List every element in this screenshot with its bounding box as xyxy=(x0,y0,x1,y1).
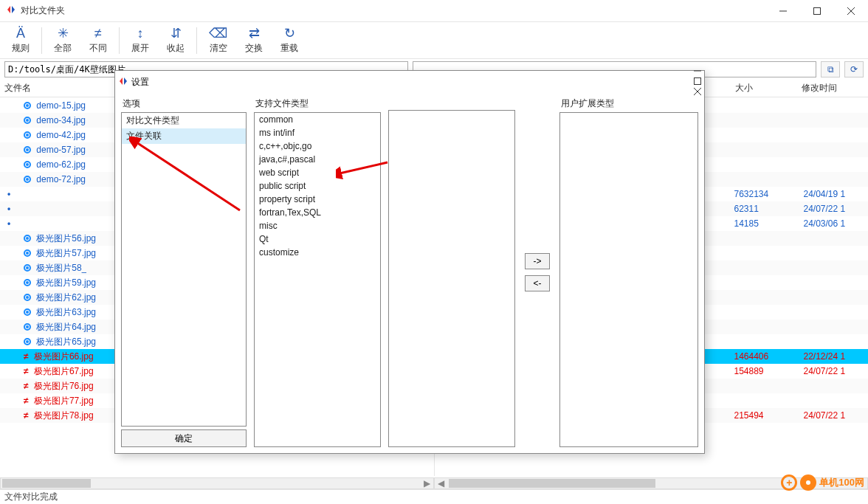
file-size: 1464406 xyxy=(734,351,769,362)
file-date: 24/03/06 1 xyxy=(804,218,846,229)
file-type-item[interactable]: common xyxy=(255,113,380,126)
settings-dialog: 设置 选项 对比文件类型文件关联 确定 支持文件类型 commonms int/… xyxy=(114,70,705,454)
file-name: 极光图片62.jpg xyxy=(0,291,96,304)
collapse-icon: ⇵ xyxy=(170,26,182,41)
expand-button[interactable]: ↕展开 xyxy=(123,24,158,57)
copy-icon: ⧉ xyxy=(827,64,834,75)
placeholder-dot: • xyxy=(7,189,10,199)
dialog-icon xyxy=(118,76,128,89)
svg-rect-1 xyxy=(814,7,821,14)
not-equal-icon: ≠ xyxy=(24,351,29,362)
rule-button[interactable]: Ä规则 xyxy=(3,24,38,57)
reload-button[interactable]: ↻重载 xyxy=(272,24,307,57)
refresh-path-button[interactable]: ⟳ xyxy=(844,61,864,77)
equal-icon xyxy=(24,323,31,331)
file-type-item[interactable]: property script xyxy=(255,193,380,206)
file-name: ≠ 极光图片77.jpg xyxy=(0,395,94,407)
file-type-item[interactable]: web script xyxy=(255,166,380,179)
dialog-minimize-button[interactable] xyxy=(694,66,701,77)
swap-icon: ⇄ xyxy=(249,26,260,41)
options-list[interactable]: 对比文件类型文件关联 xyxy=(121,112,247,427)
file-date: 24/07/22 1 xyxy=(804,366,846,376)
file-type-item[interactable]: Qt xyxy=(255,232,380,246)
equal-icon xyxy=(24,279,31,286)
file-name: 极光图片64.jpg xyxy=(0,321,96,334)
file-date: 24/07/22 1 xyxy=(804,204,846,214)
equal-icon xyxy=(24,249,31,257)
move-right-button[interactable]: -> xyxy=(525,253,550,269)
supported-types-list[interactable]: commonms int/infc,c++,objc,gojava,c#,pas… xyxy=(254,112,381,447)
file-size: 215494 xyxy=(734,410,764,421)
separator xyxy=(41,27,42,54)
supported-types-header: 支持文件类型 xyxy=(254,97,381,110)
file-type-item[interactable]: customize xyxy=(255,246,380,259)
move-left-button[interactable]: <- xyxy=(525,275,550,291)
diff-button[interactable]: ≠不同 xyxy=(80,24,116,57)
option-item[interactable]: 对比文件类型 xyxy=(122,113,246,128)
dialog-maximize-button[interactable] xyxy=(694,77,701,87)
file-type-item[interactable]: c,c++,objc,go xyxy=(255,139,380,153)
file-type-item[interactable]: ms int/inf xyxy=(255,126,380,139)
watermark-dot-icon xyxy=(800,474,816,491)
svg-rect-5 xyxy=(695,78,701,85)
user-types-list[interactable] xyxy=(559,112,698,447)
refresh-icon: ⟳ xyxy=(850,64,858,75)
swap-button[interactable]: ⇄交换 xyxy=(236,24,272,57)
watermark-text: 单机100网 xyxy=(819,476,864,489)
col-size[interactable]: 大小 xyxy=(735,82,802,94)
collapse-button[interactable]: ⇵收起 xyxy=(158,24,193,57)
not-equal-icon: ≠ xyxy=(24,366,29,376)
equal-icon xyxy=(24,294,31,301)
placeholder-dot: • xyxy=(7,218,10,229)
equal-icon xyxy=(24,131,31,139)
separator xyxy=(196,27,197,54)
file-name: 极光图片63.jpg xyxy=(0,306,96,319)
file-size: 14185 xyxy=(734,218,759,229)
option-item[interactable]: 文件关联 xyxy=(122,128,246,144)
file-name: demo-57.jpg xyxy=(0,145,86,155)
asterisk-icon: ✳ xyxy=(58,26,69,41)
equal-icon xyxy=(24,161,31,168)
middle-list[interactable] xyxy=(388,110,515,447)
ok-button[interactable]: 确定 xyxy=(121,429,247,447)
equal-icon xyxy=(24,176,31,183)
file-name: demo-15.jpg xyxy=(0,100,86,111)
clear-button[interactable]: ⌫清空 xyxy=(200,24,236,57)
file-name: demo-34.jpg xyxy=(0,115,86,125)
placeholder-dot: • xyxy=(7,204,10,214)
user-types-header: 用户扩展类型 xyxy=(559,97,698,110)
maximize-button[interactable] xyxy=(800,0,834,21)
file-date: 24/04/19 1 xyxy=(804,189,846,199)
equal-icon xyxy=(24,146,31,153)
minimize-button[interactable] xyxy=(766,0,800,21)
file-type-item[interactable]: misc xyxy=(255,219,380,232)
file-name: 极光图片56.jpg xyxy=(0,232,96,245)
separator xyxy=(119,27,120,54)
file-name: ≠ 极光图片76.jpg xyxy=(0,380,94,393)
rule-icon: Ä xyxy=(16,26,25,41)
equal-icon xyxy=(24,308,31,316)
file-type-item[interactable]: public script xyxy=(255,179,380,193)
col-mtime[interactable]: 修改时间 xyxy=(802,82,868,94)
file-name: demo-62.jpg xyxy=(0,159,86,170)
file-name: 极光图片65.jpg xyxy=(0,336,96,348)
file-type-item[interactable]: java,c#,pascal xyxy=(255,153,380,166)
all-button[interactable]: ✳全部 xyxy=(45,24,80,57)
copy-path-button[interactable]: ⧉ xyxy=(821,61,840,77)
dialog-title-bar: 设置 xyxy=(115,71,704,93)
file-date: 22/12/24 1 xyxy=(804,351,846,362)
file-date: 24/07/22 1 xyxy=(804,410,846,421)
file-name: demo-72.jpg xyxy=(0,174,86,184)
equal-icon xyxy=(24,264,31,272)
close-button[interactable] xyxy=(834,0,868,21)
not-equal-icon: ≠ xyxy=(94,26,102,41)
file-type-item[interactable]: fortran,Tex,SQL xyxy=(255,206,380,219)
toolbar: Ä规则 ✳全部 ≠不同 ↕展开 ⇵收起 ⌫清空 ⇄交换 ↻重载 xyxy=(0,22,868,59)
watermark-plus-icon: + xyxy=(781,474,797,491)
file-name: 极光图片59.jpg xyxy=(0,277,96,289)
title-bar: 对比文件夹 xyxy=(0,0,868,22)
clear-icon: ⌫ xyxy=(209,26,227,41)
horizontal-scrollbar[interactable]: ▶ ◀ xyxy=(0,477,868,489)
reload-icon: ↻ xyxy=(284,26,295,41)
equal-icon xyxy=(24,117,31,124)
